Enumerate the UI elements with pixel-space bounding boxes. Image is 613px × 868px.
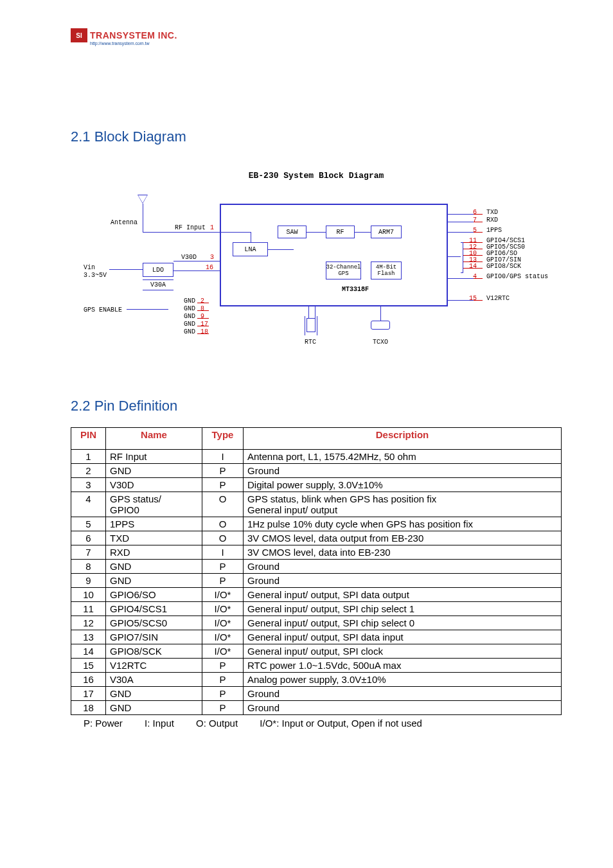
cell-type: I/O* xyxy=(202,644,244,659)
cell-pin: 7 xyxy=(71,545,106,560)
table-row: 51PPSO1Hz pulse 10% duty cycle when GPS … xyxy=(71,517,562,531)
out-name-0: TXD xyxy=(486,209,498,216)
block-diagram: Antenna RF Input 1 LNA SAW RF ARM7 32-Ch… xyxy=(78,192,554,359)
label-pin1: 1 xyxy=(210,224,214,231)
table-legend: P: Power I: Input O: Output I/O*: Input … xyxy=(71,718,562,729)
cell-type: P xyxy=(202,659,244,673)
label-tcxo: TCXO xyxy=(373,339,388,346)
label-chip: MT3318F xyxy=(342,286,369,293)
table-row: 9GNDPGround xyxy=(71,574,562,588)
table-row: 12GPIO5/SCS0I/O*General input/ output, S… xyxy=(71,616,562,630)
th-type: Type xyxy=(202,428,244,450)
label-rf-input: RF Input xyxy=(175,224,206,231)
cell-name: GPIO5/SCS0 xyxy=(106,616,202,630)
box-arm7: ARM7 xyxy=(371,226,402,238)
logo-brand: TRANSYSTEM INC. xyxy=(90,30,177,40)
cell-pin: 11 xyxy=(71,602,106,616)
cell-pin: 15 xyxy=(71,659,106,673)
cell-desc: General input/ output, SPI chip select 1 xyxy=(244,602,562,616)
cell-desc: General input/ output, SPI chip select 0 xyxy=(244,616,562,630)
cell-desc: Ground xyxy=(244,574,562,588)
label-gndpin-2: 9 xyxy=(200,313,204,320)
cell-name: GND xyxy=(106,560,202,574)
cell-name: V12RTC xyxy=(106,659,202,673)
cell-desc: 1Hz pulse 10% duty cycle when GPS has po… xyxy=(244,517,562,531)
table-row: 17GNDPGround xyxy=(71,687,562,701)
table-row: 4GPS status/ GPIO0OGPS status, blink whe… xyxy=(71,492,562,517)
cell-desc: General input/ output, SPI data output xyxy=(244,588,562,602)
legend-i: I: Input xyxy=(145,718,174,729)
table-row: 18GNDPGround xyxy=(71,701,562,715)
cell-pin: 18 xyxy=(71,701,106,715)
label-pin16: 16 xyxy=(206,264,213,271)
cell-pin: 2 xyxy=(71,464,106,478)
label-antenna: Antenna xyxy=(111,219,138,226)
cell-name: RXD xyxy=(106,545,202,560)
table-row: 10GPIO6/SOI/O*General input/ output, SPI… xyxy=(71,588,562,602)
out-name-7: GPIO8/SCK xyxy=(486,263,521,270)
cell-type: P xyxy=(202,673,244,687)
label-gnd-0: GND xyxy=(184,297,195,305)
out-name-2: 1PPS xyxy=(486,227,502,234)
cell-pin: 8 xyxy=(71,560,106,574)
th-pin: PIN xyxy=(71,428,106,450)
label-gndpin-1: 8 xyxy=(200,305,204,312)
cell-desc: Ground xyxy=(244,464,562,478)
cell-type: P xyxy=(202,560,244,574)
cell-pin: 6 xyxy=(71,531,106,545)
legend-p: P: Power xyxy=(84,718,123,729)
cell-name: GPIO6/SO xyxy=(106,588,202,602)
cell-desc: GPS status, blink when GPS has position … xyxy=(244,492,562,517)
logo-url: http://www.transystem.com.tw xyxy=(90,41,150,46)
cell-desc: Analog power supply, 3.0V±10% xyxy=(244,673,562,687)
cell-desc: RTC power 1.0~1.5Vdc, 500uA max xyxy=(244,659,562,673)
cell-desc: Ground xyxy=(244,701,562,715)
out-pin-9: 15 xyxy=(469,295,477,302)
cell-pin: 9 xyxy=(71,574,106,588)
label-pin3: 3 xyxy=(210,254,214,261)
cell-pin: 5 xyxy=(71,517,106,531)
cell-desc: Antenna port, L1, 1575.42MHz, 50 ohm xyxy=(244,450,562,464)
label-vin: Vin xyxy=(84,264,95,271)
cell-type: I/O* xyxy=(202,616,244,630)
table-row: 3V30DPDigital power supply, 3.0V±10% xyxy=(71,478,562,492)
cell-name: GPIO4/SCS1 xyxy=(106,602,202,616)
box-saw: SAW xyxy=(278,226,306,238)
section-2-1-title: 2.1 Block Diagram xyxy=(71,128,562,145)
label-gnd-2: GND xyxy=(184,313,195,320)
label-v30a: V30A xyxy=(143,279,173,290)
table-row: 14GPIO8/SCKI/O*General input/ output, SP… xyxy=(71,644,562,659)
out-name-8: GPIO0/GPS status xyxy=(486,273,548,280)
label-gndpin-0: 2 xyxy=(200,297,204,305)
cell-desc: 3V CMOS level, data output from EB-230 xyxy=(244,531,562,545)
cell-type: P xyxy=(202,701,244,715)
diagram-title: EB-230 System Block Diagram xyxy=(71,171,562,181)
out-pin-1: 7 xyxy=(473,217,477,224)
cell-name: GND xyxy=(106,464,202,478)
table-row: 8GNDPGround xyxy=(71,560,562,574)
th-desc: Description xyxy=(244,428,562,450)
cell-name: GPIO8/SCK xyxy=(106,644,202,659)
cell-type: P xyxy=(202,464,244,478)
out-name-1: RXD xyxy=(486,217,498,224)
cell-pin: 13 xyxy=(71,630,106,644)
cell-type: I xyxy=(202,545,244,560)
pin-definition-table: PIN Name Type Description 1RF InputIAnte… xyxy=(71,427,562,715)
cell-name: TXD xyxy=(106,531,202,545)
label-gnd-1: GND xyxy=(184,305,195,312)
company-logo: SI TRANSYSTEM INC. http://www.transystem… xyxy=(71,28,177,42)
cell-type: P xyxy=(202,687,244,701)
cell-pin: 12 xyxy=(71,616,106,630)
out-pin-8: 4 xyxy=(473,273,477,280)
cell-type: I/O* xyxy=(202,630,244,644)
box-rf: RF xyxy=(326,226,355,238)
table-row: 6TXDO3V CMOS level, data output from EB-… xyxy=(71,531,562,545)
cell-pin: 3 xyxy=(71,478,106,492)
legend-io: I/O*: Input or Output, Open if not used xyxy=(260,718,422,729)
out-name-9: V12RTC xyxy=(486,295,510,302)
label-vin-range: 3.3~5V xyxy=(84,272,107,279)
cell-name: 1PPS xyxy=(106,517,202,531)
cell-pin: 10 xyxy=(71,588,106,602)
table-row: 1RF InputIAntenna port, L1, 1575.42MHz, … xyxy=(71,450,562,464)
cell-pin: 4 xyxy=(71,492,106,517)
